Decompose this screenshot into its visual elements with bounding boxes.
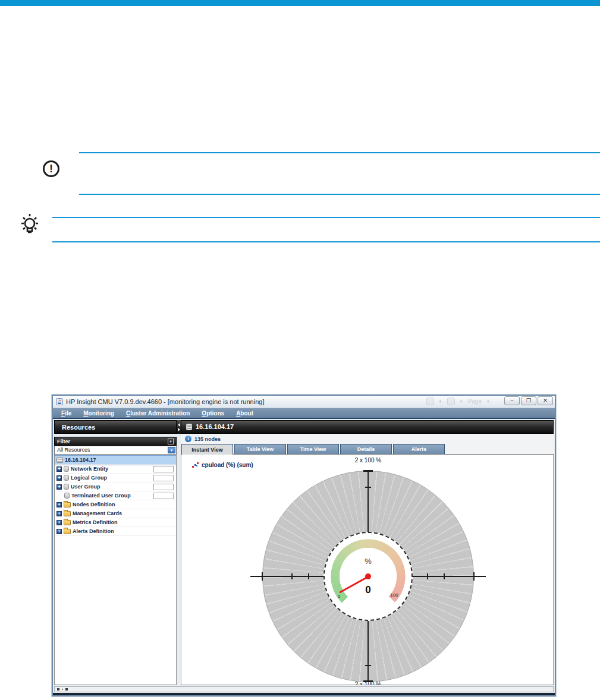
- count-field[interactable]: [153, 475, 174, 481]
- expand-plus-icon[interactable]: +: [56, 484, 62, 490]
- gauge-axis-cap: [262, 572, 263, 581]
- tree-item-label: Logical Group: [71, 475, 107, 481]
- window-title: HP Insight CMU V7.0.9.dev.4660 - [monito…: [66, 398, 264, 405]
- group-icon: [64, 466, 69, 472]
- tip-lightbulb-icon: [18, 213, 42, 242]
- tree-item-label: Management Cards: [73, 510, 122, 516]
- tree-item-terminated-user-group[interactable]: Terminated User Group: [55, 491, 176, 500]
- tab-instant-view[interactable]: Instant View: [181, 444, 233, 455]
- group-icon: [64, 475, 69, 481]
- expand-plus-icon[interactable]: +: [56, 466, 62, 472]
- expand-plus-icon[interactable]: +: [56, 511, 62, 516]
- minimize-button[interactable]: –: [504, 396, 520, 405]
- count-field[interactable]: [153, 493, 174, 499]
- collapse-left-icon[interactable]: [178, 423, 180, 427]
- gauge-axis-tick: [291, 573, 293, 579]
- gauge-axis-tick: [365, 487, 371, 488]
- close-button[interactable]: ✕: [538, 396, 553, 405]
- document-page: { "document": { "accent_color": "#0a95d3…: [0, 0, 600, 700]
- instant-view-content: cpuload (%) (sum) 2 x 100 %: [181, 455, 554, 685]
- folder-icon: [64, 529, 71, 534]
- folder-icon: [64, 520, 71, 525]
- important-note-top-rule: [79, 152, 600, 153]
- selected-node-title: 16.16.104.17: [196, 420, 234, 434]
- group-icon: [64, 493, 70, 499]
- gauge-needle-hub: [365, 573, 371, 579]
- folder-icon: [64, 502, 71, 507]
- count-field[interactable]: [153, 484, 174, 490]
- menu-bar: FileMonitoringCluster AdministrationOpti…: [53, 408, 555, 419]
- scrollbar-dot: [57, 688, 59, 690]
- window-bottom-frame: [53, 693, 555, 695]
- tree-item-metrics-definition[interactable]: +Metrics Definition: [55, 518, 176, 527]
- tree-item-management-cards[interactable]: +Management Cards: [55, 509, 176, 518]
- filter-bar[interactable]: Filter +: [54, 437, 177, 446]
- info-icon: i: [185, 436, 191, 442]
- tree-item-logical-group[interactable]: +Logical Group: [55, 474, 176, 483]
- expand-plus-icon[interactable]: +: [56, 520, 62, 525]
- tree-item-network-entity[interactable]: +Network Entity: [55, 465, 176, 474]
- gauge-max-label: 100: [387, 592, 401, 598]
- scrollbar-dot: [62, 689, 63, 690]
- resource-type-value: All Resources: [57, 447, 90, 453]
- tree-item-user-group[interactable]: +User Group: [55, 483, 176, 491]
- panel-splitter[interactable]: [177, 420, 181, 685]
- java-app-icon: [56, 398, 63, 405]
- tree-item-label: 16.16.104.17: [65, 457, 96, 463]
- expand-plus-icon[interactable]: +: [56, 529, 62, 534]
- expand-plus-icon[interactable]: +: [56, 475, 62, 481]
- tab-alerts[interactable]: Alerts: [393, 444, 445, 454]
- cpuload-gauge: 2 x 100 %: [181, 455, 553, 685]
- page-accent-bar: [0, 0, 600, 6]
- gauge-axis-tick: [444, 573, 445, 579]
- menu-about[interactable]: About: [230, 410, 259, 417]
- maximize-button[interactable]: ❐: [521, 396, 536, 405]
- ghost-caret-icon: ▾: [460, 399, 463, 404]
- host-icon: [56, 457, 63, 463]
- gauge-axis-tick: [308, 573, 309, 579]
- collapse-right-icon[interactable]: [178, 428, 180, 431]
- gauge-unit-label: %: [350, 557, 386, 566]
- tab-table-view[interactable]: Table View: [234, 444, 286, 454]
- resource-tree: 16.16.104.17+Network Entity+Logical Grou…: [54, 455, 177, 685]
- node-count-label: 135 nodes: [194, 436, 221, 442]
- menu-file[interactable]: File: [55, 410, 77, 417]
- title-bar[interactable]: HP Insight CMU V7.0.9.dev.4660 - [monito…: [53, 396, 555, 408]
- menu-cluster-administration[interactable]: Cluster Administration: [120, 410, 196, 417]
- splitter-grip[interactable]: [177, 420, 181, 434]
- ghost-toolbar-icon: [426, 398, 434, 405]
- filter-expand-icon[interactable]: +: [168, 439, 174, 444]
- tree-item-alerts-definition[interactable]: +Alerts Definition: [55, 527, 176, 536]
- resources-header: Resources: [54, 420, 177, 434]
- filter-label: Filter: [57, 439, 70, 444]
- expand-plus-icon[interactable]: +: [56, 502, 62, 507]
- app-window: HP Insight CMU V7.0.9.dev.4660 - [monito…: [52, 395, 556, 696]
- tab-details[interactable]: Details: [340, 444, 392, 454]
- group-icon: [64, 484, 69, 490]
- ghost-page-label: Page: [468, 398, 482, 405]
- gauge-axis-label-top: 2 x 100 %: [332, 457, 404, 463]
- tree-item-label: User Group: [71, 484, 100, 490]
- gauge-axis-tick: [427, 573, 428, 579]
- gauge-axis-cap: [473, 572, 475, 581]
- gauge-axis-tick: [365, 665, 371, 666]
- horizontal-scrollbar[interactable]: [54, 686, 554, 692]
- important-note-icon: !: [43, 160, 59, 177]
- ghost-browser-toolbar: ▾ ▾ Page ▾: [426, 398, 489, 405]
- important-note-bottom-rule: [79, 194, 600, 195]
- tree-item-16-16-104-17[interactable]: 16.16.104.17: [55, 456, 176, 465]
- tab-time-view[interactable]: Time View: [287, 444, 339, 454]
- detail-panel: 16.16.104.17 i 135 nodes Instant ViewTab…: [181, 420, 554, 685]
- tree-item-label: Metrics Definition: [73, 519, 118, 525]
- tree-item-nodes-definition[interactable]: +Nodes Definition: [55, 500, 176, 509]
- menu-monitoring[interactable]: Monitoring: [77, 410, 120, 417]
- resource-type-select[interactable]: All Resources ▼: [54, 446, 177, 455]
- view-tabs: Instant ViewTable ViewTime ViewDetailsAl…: [181, 444, 554, 455]
- count-field[interactable]: [153, 466, 174, 472]
- menu-options[interactable]: Options: [196, 410, 230, 417]
- tree-item-label: Nodes Definition: [73, 502, 115, 507]
- chevron-down-icon[interactable]: ▼: [168, 447, 175, 453]
- tip-note-top-rule: [52, 217, 600, 218]
- gauge-value-label: 0: [350, 584, 386, 596]
- gauge-min-label: 0: [333, 594, 345, 599]
